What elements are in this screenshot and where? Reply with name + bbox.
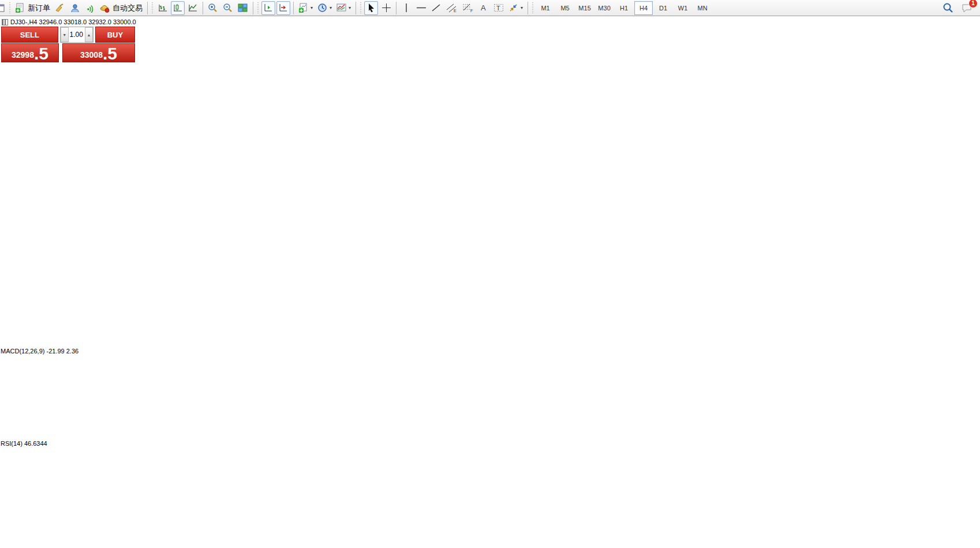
signal-icon	[85, 3, 95, 13]
chart-symbol-icon	[2, 19, 8, 25]
window-button[interactable]	[0, 1, 7, 15]
toolbar-grip[interactable]	[9, 2, 12, 14]
toolbar-separator	[203, 2, 203, 14]
text-button[interactable]: A	[477, 1, 491, 15]
equidistant-channel-button[interactable]: E	[444, 1, 459, 15]
chart-window-icon	[0, 3, 5, 13]
zoom-in-button[interactable]	[206, 1, 220, 15]
indicators-icon	[336, 3, 347, 13]
tile-windows-button[interactable]	[236, 1, 250, 15]
chart-title: DJ30-,H4 32946.0 33018.0 32932.0 33000.0	[10, 18, 136, 25]
chart-shift-button[interactable]	[261, 1, 275, 15]
autotrade-hat-icon	[100, 3, 110, 13]
volume-decrease-button[interactable]: ▼	[61, 27, 69, 42]
chart-area[interactable]: DJ30-,H4 32946.0 33018.0 32932.0 33000.0…	[0, 16, 980, 548]
sell-price-display[interactable]: 32998.5	[1, 43, 59, 62]
periods-button[interactable]: ▾	[316, 1, 334, 15]
tf-m30-button[interactable]: M30	[595, 1, 614, 15]
new-chart-button[interactable]: ▾	[297, 1, 315, 15]
tf-h4-button[interactable]: H4	[634, 1, 653, 15]
new-order-label: 新订单	[28, 3, 50, 13]
channel-icon: E	[446, 3, 458, 13]
zoom-in-icon	[208, 3, 218, 13]
fibonacci-icon: F	[462, 3, 474, 13]
text-label-icon: T	[493, 3, 504, 13]
candlestick-chart-icon	[173, 3, 183, 13]
buy-price-main: 33008	[80, 50, 103, 59]
sell-button[interactable]: SELL	[1, 27, 58, 43]
one-click-trading-panel: SELL ▼ 1.00 ▲ BUY 32998.5 33008.5	[1, 27, 135, 62]
new-chart-icon	[298, 3, 309, 13]
trendline-icon	[431, 3, 442, 13]
tile-windows-icon	[238, 3, 248, 13]
tf-d1-button[interactable]: D1	[654, 1, 672, 15]
rsi-label: RSI(14) 46.6344	[1, 440, 47, 447]
clock-icon	[317, 3, 328, 13]
broom-icon	[55, 3, 65, 13]
auto-scroll-button[interactable]	[276, 1, 290, 15]
cursor-button[interactable]	[364, 1, 378, 15]
tf-m5-button[interactable]: M5	[556, 1, 574, 15]
line-chart-button[interactable]	[186, 1, 200, 15]
crosshair-button[interactable]	[379, 1, 393, 15]
chart-canvas[interactable]	[0, 16, 980, 548]
dropdown-caret-icon: ▾	[521, 5, 523, 10]
text-label-button[interactable]: T	[492, 1, 506, 15]
toolbar-separator	[356, 2, 356, 14]
vertical-line-button[interactable]	[399, 1, 413, 15]
toolbar-grip[interactable]	[257, 2, 260, 14]
volume-input[interactable]: 1.00	[69, 27, 85, 42]
horizontal-line-button[interactable]	[414, 1, 428, 15]
dropdown-caret-icon: ▾	[349, 5, 351, 10]
chart-shift-icon	[263, 3, 274, 13]
contacts-button[interactable]	[68, 1, 82, 15]
svg-text:F: F	[470, 9, 473, 13]
signals-button[interactable]	[83, 1, 97, 15]
search-button[interactable]	[941, 1, 956, 15]
cursor-icon	[366, 3, 376, 13]
autotrading-button[interactable]: 自动交易	[98, 1, 144, 15]
dropdown-caret-icon: ▾	[311, 5, 313, 10]
indicators-button[interactable]: ▾	[335, 1, 353, 15]
toolbar-separator	[147, 2, 148, 14]
zoom-out-icon	[223, 3, 233, 13]
auto-scroll-icon	[278, 3, 289, 13]
arrows-button[interactable]: ▾	[507, 1, 525, 15]
toolbar-separator	[396, 2, 397, 14]
svg-text:T: T	[496, 5, 500, 12]
zoom-out-button[interactable]	[221, 1, 235, 15]
notifications-button[interactable]: 1	[960, 1, 975, 15]
horizontal-line-icon	[416, 3, 427, 13]
tf-m15-button[interactable]: M15	[575, 1, 594, 15]
volume-increase-button[interactable]: ▲	[85, 27, 93, 42]
buy-price-frac: .5	[103, 46, 117, 61]
svg-text:E: E	[454, 9, 457, 13]
toolbar-grip[interactable]	[360, 2, 362, 14]
fibonacci-button[interactable]: F	[461, 1, 476, 15]
tf-mn-button[interactable]: MN	[693, 1, 712, 15]
candlestick-chart-button[interactable]	[171, 1, 185, 15]
styler-button[interactable]	[53, 1, 67, 15]
macd-label: MACD(12,26,9) -21.99 2.36	[1, 348, 78, 355]
toolbar-separator	[253, 2, 253, 14]
tf-m1-button[interactable]: M1	[536, 1, 555, 15]
notification-badge: 1	[968, 0, 978, 8]
bar-chart-button[interactable]	[156, 1, 170, 15]
sell-price-frac: .5	[34, 46, 48, 61]
buy-price-display[interactable]: 33008.5	[62, 43, 135, 62]
tf-w1-button[interactable]: W1	[674, 1, 692, 15]
new-order-button[interactable]: 新订单	[13, 1, 52, 15]
vertical-line-icon	[402, 3, 410, 13]
bar-chart-icon	[158, 3, 168, 13]
buy-button[interactable]: BUY	[95, 27, 135, 43]
sell-price-main: 32998	[12, 50, 34, 59]
toolbar-grip[interactable]	[532, 2, 534, 14]
autotrading-label: 自动交易	[113, 3, 143, 13]
toolbar-separator	[293, 2, 294, 14]
svg-text:A: A	[481, 3, 486, 12]
dropdown-caret-icon: ▾	[330, 5, 332, 10]
trendline-button[interactable]	[429, 1, 443, 15]
crosshair-icon	[381, 3, 391, 13]
tf-h1-button[interactable]: H1	[615, 1, 633, 15]
toolbar-grip[interactable]	[151, 2, 154, 14]
